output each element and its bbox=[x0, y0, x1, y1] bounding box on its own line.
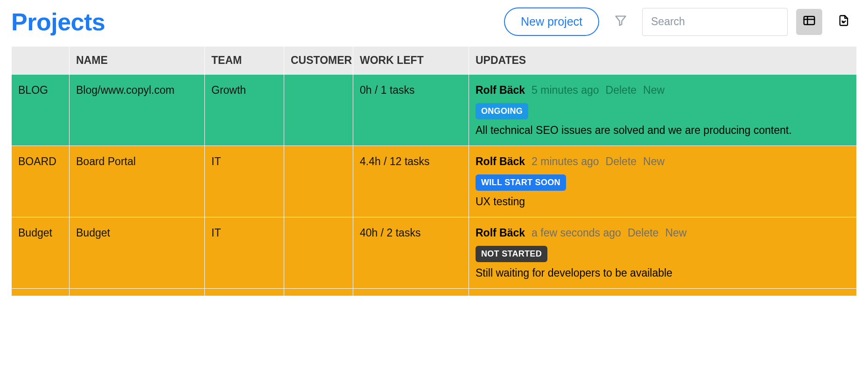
cell-empty bbox=[12, 289, 70, 296]
cell-team: Growth bbox=[205, 75, 284, 146]
export-button[interactable]: x bbox=[831, 9, 857, 35]
cell-empty bbox=[353, 289, 469, 296]
table-body: BLOGBlog/www.copyl.comGrowth0h / 1 tasks… bbox=[12, 75, 857, 296]
file-export-icon: x bbox=[837, 14, 850, 30]
col-header-workleft[interactable]: WORK LEFT bbox=[353, 47, 469, 75]
table-view-button[interactable] bbox=[796, 9, 822, 35]
col-header-name[interactable]: NAME bbox=[70, 47, 205, 75]
funnel-icon bbox=[614, 14, 627, 30]
cell-customer bbox=[284, 146, 353, 217]
delete-link[interactable]: Delete bbox=[606, 82, 637, 98]
cell-empty bbox=[70, 289, 205, 296]
cell-name: Board Portal bbox=[70, 146, 205, 217]
table-row[interactable]: BLOGBlog/www.copyl.comGrowth0h / 1 tasks… bbox=[12, 75, 857, 146]
update-author: Rolf Bäck bbox=[476, 225, 525, 241]
cell-updates: Rolf Bäck2 minutes agoDeleteNewWILL STAR… bbox=[469, 146, 857, 217]
update-time: 2 minutes ago bbox=[532, 153, 599, 170]
update-text: Still waiting for developers to be avail… bbox=[476, 265, 850, 281]
status-badge: NOT STARTED bbox=[476, 246, 547, 262]
update-author: Rolf Bäck bbox=[476, 153, 525, 170]
cell-code: Budget bbox=[12, 217, 70, 289]
update-text: All technical SEO issues are solved and … bbox=[476, 122, 850, 139]
cell-workleft: 4.4h / 12 tasks bbox=[353, 146, 469, 217]
new-project-button[interactable]: New project bbox=[504, 7, 599, 36]
col-header-team[interactable]: TEAM bbox=[205, 47, 284, 75]
cell-empty bbox=[205, 289, 284, 296]
cell-empty bbox=[284, 289, 353, 296]
cell-code: BLOG bbox=[12, 75, 70, 146]
update-author: Rolf Bäck bbox=[476, 82, 525, 98]
col-header-updates[interactable]: UPDATES bbox=[469, 47, 857, 75]
cell-code: BOARD bbox=[12, 146, 70, 217]
col-header-code[interactable] bbox=[12, 47, 70, 75]
table-head: NAME TEAM CUSTOMER WORK LEFT UPDATES bbox=[12, 47, 857, 75]
table-row[interactable]: BOARDBoard PortalIT4.4h / 12 tasksRolf B… bbox=[12, 146, 857, 217]
new-link[interactable]: New bbox=[643, 82, 665, 98]
update-text: UX testing bbox=[476, 194, 850, 210]
filter-button[interactable] bbox=[608, 9, 634, 35]
table-row[interactable]: BudgetBudgetIT40h / 2 tasksRolf Bäcka fe… bbox=[12, 217, 857, 289]
update-time: a few seconds ago bbox=[532, 225, 621, 241]
cell-team: IT bbox=[205, 146, 284, 217]
delete-link[interactable]: Delete bbox=[606, 153, 637, 170]
cell-empty bbox=[469, 289, 857, 296]
cell-updates: Rolf Bäcka few seconds agoDeleteNewNOT S… bbox=[469, 217, 857, 289]
update-meta: Rolf Bäcka few seconds agoDeleteNew bbox=[476, 225, 850, 241]
new-link[interactable]: New bbox=[643, 153, 665, 170]
col-header-customer[interactable]: CUSTOMER bbox=[284, 47, 353, 75]
update-meta: Rolf Bäck5 minutes agoDeleteNew bbox=[476, 82, 850, 98]
cell-workleft: 0h / 1 tasks bbox=[353, 75, 469, 146]
update-meta: Rolf Bäck2 minutes agoDeleteNew bbox=[476, 153, 850, 170]
table-icon bbox=[802, 14, 816, 30]
page-title: Projects bbox=[11, 8, 105, 36]
cell-customer bbox=[284, 217, 353, 289]
table-row[interactable] bbox=[12, 289, 857, 296]
projects-table: NAME TEAM CUSTOMER WORK LEFT UPDATES BLO… bbox=[11, 46, 857, 296]
status-badge: ONGOING bbox=[476, 103, 528, 119]
delete-link[interactable]: Delete bbox=[628, 225, 658, 241]
cell-team: IT bbox=[205, 217, 284, 289]
new-link[interactable]: New bbox=[665, 225, 686, 241]
cell-name: Blog/www.copyl.com bbox=[70, 75, 205, 146]
svg-rect-0 bbox=[804, 16, 815, 25]
status-badge: WILL START SOON bbox=[476, 174, 566, 191]
cell-updates: Rolf Bäck5 minutes agoDeleteNewONGOINGAl… bbox=[469, 75, 857, 146]
update-time: 5 minutes ago bbox=[532, 82, 599, 98]
cell-name: Budget bbox=[70, 217, 205, 289]
svg-text:x: x bbox=[842, 20, 844, 24]
header: Projects New project bbox=[11, 3, 857, 46]
search-input[interactable] bbox=[642, 8, 788, 36]
cell-customer bbox=[284, 75, 353, 146]
page: Projects New project bbox=[0, 0, 868, 296]
cell-workleft: 40h / 2 tasks bbox=[353, 217, 469, 289]
